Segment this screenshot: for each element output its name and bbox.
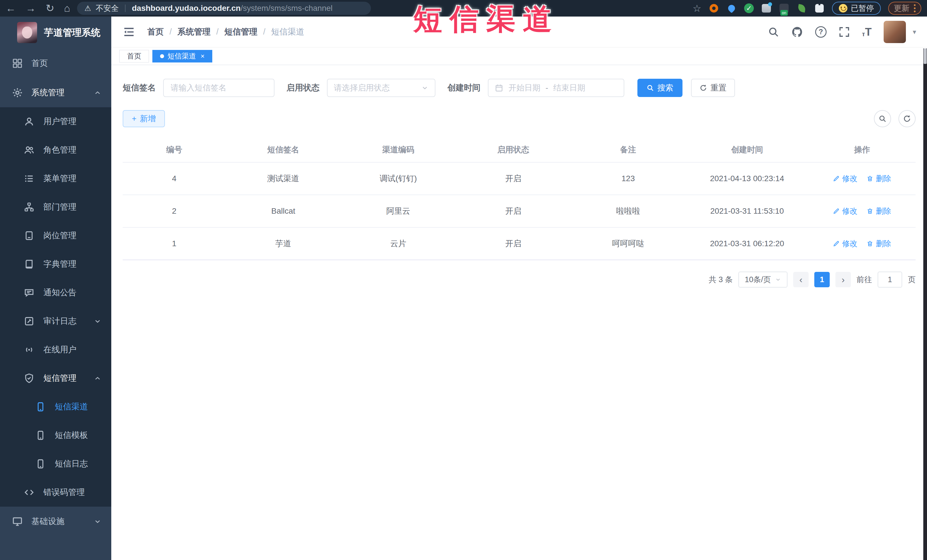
search-icon[interactable]	[768, 26, 779, 38]
sidebar-toggle-icon[interactable]	[122, 26, 135, 38]
trash-icon	[866, 208, 873, 214]
end-date-placeholder[interactable]: 结束日期	[553, 82, 585, 93]
chevron-up-icon	[94, 374, 102, 382]
tab-sms-channel[interactable]: 短信渠道 ×	[152, 50, 212, 62]
breadcrumb-sms[interactable]: 短信管理	[224, 26, 257, 38]
github-icon[interactable]	[791, 26, 803, 38]
pencil-icon	[833, 240, 840, 247]
browser-forward-icon[interactable]: →	[26, 2, 36, 14]
sidebar-item-sms-channel[interactable]: 短信渠道	[0, 393, 111, 421]
status-select[interactable]: 请选择启用状态	[327, 79, 435, 97]
user-avatar[interactable]	[884, 21, 906, 43]
update-button[interactable]: 更新	[888, 2, 921, 15]
table-toolbar: + 新增	[123, 110, 916, 127]
sidebar-item-home[interactable]: 首页	[0, 49, 111, 78]
sms-channel-table: 编号 短信签名 渠道编码 启用状态 备注 创建时间 操作 4 测试渠道 调试(钉…	[123, 138, 916, 260]
app-title: 芋道管理系统	[44, 26, 100, 39]
breadcrumb-system[interactable]: 系统管理	[178, 26, 211, 38]
browser-reload-icon[interactable]: ↻	[46, 2, 54, 14]
help-icon[interactable]: ?	[815, 26, 827, 38]
refresh-table-button[interactable]	[898, 110, 916, 127]
sidebar-item-notice[interactable]: 通知公告	[0, 278, 111, 307]
trash-icon	[866, 175, 873, 182]
extension-check-icon[interactable]: ✓	[744, 3, 754, 13]
time-label: 创建时间	[447, 82, 480, 94]
table-row: 1 芋道 云片 开启 呵呵呵哒 2021-03-31 06:12:20 修改删除	[123, 228, 916, 260]
scrollbar-thumb[interactable]	[924, 49, 927, 64]
toggle-search-button[interactable]	[874, 110, 891, 127]
start-date-placeholder[interactable]: 开始日期	[508, 82, 540, 93]
reset-button[interactable]: 重置	[691, 79, 735, 97]
security-label[interactable]: 不安全	[96, 3, 119, 14]
address-bar[interactable]: ⚠ 不安全 dashboard.yudao.iocoder.cn/system/…	[77, 2, 371, 15]
sidebar-item-online-users[interactable]: 在线用户	[0, 335, 111, 364]
users-icon	[24, 145, 35, 155]
sidebar-item-post-management[interactable]: 岗位管理	[0, 222, 111, 250]
security-warning-icon: ⚠	[84, 4, 91, 13]
sign-input[interactable]	[163, 79, 275, 97]
edit-button[interactable]: 修改	[833, 206, 857, 216]
delete-button[interactable]: 删除	[866, 206, 891, 216]
extension-dark-icon[interactable]: on	[779, 3, 789, 14]
table-header-row: 编号 短信签名 渠道编码 启用状态 备注 创建时间 操作	[123, 138, 916, 162]
browser-home-icon[interactable]: ⌂	[64, 2, 70, 14]
phone-icon	[35, 430, 47, 440]
app-logo[interactable]: 芋道管理系统	[0, 17, 111, 49]
extension-sprout-icon[interactable]	[796, 3, 807, 14]
date-range-picker[interactable]: 开始日期 - 结束日期	[488, 79, 624, 97]
vertical-scrollbar[interactable]	[923, 49, 927, 560]
pencil-icon	[833, 208, 840, 214]
browser-menu-icon[interactable]	[914, 4, 916, 12]
avatar-caret-icon[interactable]: ▾	[913, 28, 916, 36]
breadcrumb-home[interactable]: 首页	[147, 26, 164, 38]
search-button[interactable]: 搜索	[637, 79, 682, 97]
bookmark-star-icon[interactable]: ☆	[693, 3, 701, 14]
emoji-face-icon	[839, 4, 847, 12]
delete-button[interactable]: 删除	[866, 238, 891, 249]
next-page-button[interactable]: ›	[836, 272, 851, 287]
extension-orange-icon[interactable]	[709, 3, 719, 14]
sign-label: 短信签名	[123, 82, 156, 94]
chevron-down-icon	[775, 276, 781, 283]
sidebar-item-infrastructure[interactable]: 基础设施	[0, 507, 111, 536]
sidebar-item-menu-management[interactable]: 菜单管理	[0, 164, 111, 193]
paused-badge[interactable]: 已暂停	[832, 2, 881, 15]
search-form: 短信签名 启用状态 请选择启用状态 创建时间 开始日期 -	[123, 79, 916, 97]
tab-close-icon[interactable]: ×	[201, 52, 205, 60]
breadcrumb-current: 短信渠道	[271, 26, 304, 38]
dashboard-icon	[12, 58, 23, 69]
font-size-icon[interactable]: тT	[862, 27, 872, 37]
sidebar-item-user-management[interactable]: 用户管理	[0, 107, 111, 136]
sidebar-item-sms-template[interactable]: 短信模板	[0, 421, 111, 449]
phone-icon	[35, 402, 47, 412]
prev-page-button[interactable]: ‹	[793, 272, 808, 287]
sidebar-item-error-code[interactable]: 错误码管理	[0, 478, 111, 507]
sidebar-item-sms-management[interactable]: 短信管理	[0, 364, 111, 393]
sidebar-item-role-management[interactable]: 角色管理	[0, 136, 111, 164]
edit-button[interactable]: 修改	[833, 238, 857, 249]
sidebar-item-audit-log[interactable]: 审计日志	[0, 307, 111, 335]
signal-icon	[24, 344, 35, 355]
extension-users-icon[interactable]	[761, 3, 772, 14]
book-icon	[24, 259, 35, 269]
sidebar-item-dept-management[interactable]: 部门管理	[0, 193, 111, 222]
current-page-button[interactable]: 1	[814, 272, 830, 287]
extension-pin-icon[interactable]	[726, 3, 737, 14]
page-content: 短信签名 启用状态 请选择启用状态 创建时间 开始日期 -	[111, 65, 927, 560]
add-button[interactable]: + 新增	[123, 110, 165, 127]
browser-back-icon[interactable]: ←	[6, 2, 16, 14]
chevron-up-icon	[94, 89, 102, 97]
goto-page-input[interactable]	[878, 272, 902, 288]
extensions-puzzle-icon[interactable]	[814, 3, 825, 14]
fullscreen-icon[interactable]	[839, 26, 850, 38]
page-size-select[interactable]: 10条/页	[739, 272, 787, 288]
sidebar-item-dict-management[interactable]: 字典管理	[0, 250, 111, 278]
edit-button[interactable]: 修改	[833, 173, 857, 184]
chevron-down-icon	[421, 84, 429, 91]
pagination: 共 3 条 10条/页 ‹ 1 › 前往 页	[123, 272, 916, 288]
sidebar-item-system-management[interactable]: 系统管理	[0, 78, 111, 107]
sidebar-item-sms-log[interactable]: 短信日志	[0, 449, 111, 478]
extension-on-badge: on	[780, 10, 788, 16]
delete-button[interactable]: 删除	[866, 173, 891, 184]
tab-home[interactable]: 首页	[119, 50, 149, 62]
